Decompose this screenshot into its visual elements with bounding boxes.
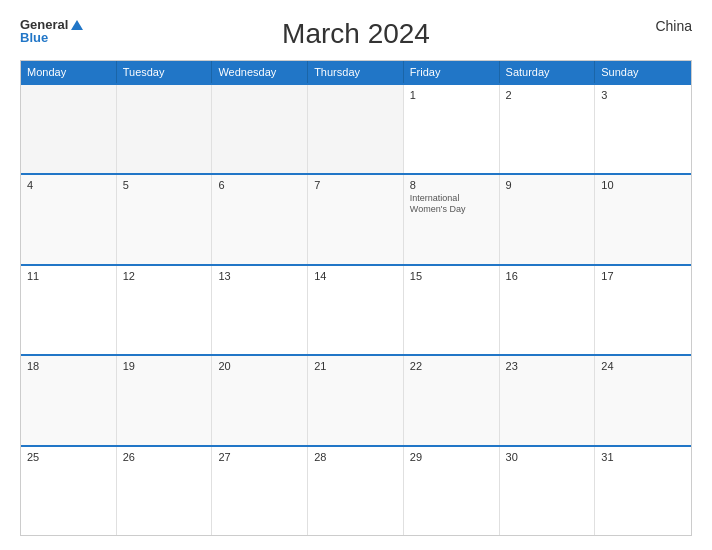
week-row-1: 123: [21, 83, 691, 173]
cal-cell-w3-d6: 16: [500, 266, 596, 354]
cal-cell-w1-d2: [117, 85, 213, 173]
week-row-5: 25262728293031: [21, 445, 691, 535]
day-number: 7: [314, 179, 397, 191]
day-number: 13: [218, 270, 301, 282]
day-number: 29: [410, 451, 493, 463]
cal-cell-w4-d7: 24: [595, 356, 691, 444]
cal-cell-w3-d7: 17: [595, 266, 691, 354]
cal-cell-w4-d1: 18: [21, 356, 117, 444]
calendar: Monday Tuesday Wednesday Thursday Friday…: [20, 60, 692, 536]
cal-cell-w5-d3: 27: [212, 447, 308, 535]
cal-cell-w5-d2: 26: [117, 447, 213, 535]
cal-cell-w4-d4: 21: [308, 356, 404, 444]
day-number: 16: [506, 270, 589, 282]
header: General Blue March 2024 China: [20, 18, 692, 50]
header-sunday: Sunday: [595, 61, 691, 83]
day-number: 22: [410, 360, 493, 372]
cal-cell-w1-d1: [21, 85, 117, 173]
day-number: 21: [314, 360, 397, 372]
logo-triangle-icon: [71, 20, 83, 30]
cal-cell-w1-d4: [308, 85, 404, 173]
cal-cell-w4-d6: 23: [500, 356, 596, 444]
header-thursday: Thursday: [308, 61, 404, 83]
header-saturday: Saturday: [500, 61, 596, 83]
day-number: 23: [506, 360, 589, 372]
cal-cell-w2-d2: 5: [117, 175, 213, 263]
day-number: 1: [410, 89, 493, 101]
cal-cell-w2-d4: 7: [308, 175, 404, 263]
day-number: 14: [314, 270, 397, 282]
day-number: 20: [218, 360, 301, 372]
cal-cell-w5-d4: 28: [308, 447, 404, 535]
day-number: 6: [218, 179, 301, 191]
day-number: 18: [27, 360, 110, 372]
cal-cell-w4-d3: 20: [212, 356, 308, 444]
day-number: 12: [123, 270, 206, 282]
cal-cell-w5-d7: 31: [595, 447, 691, 535]
cal-cell-w1-d5: 1: [404, 85, 500, 173]
week-row-3: 11121314151617: [21, 264, 691, 354]
cal-cell-w3-d3: 13: [212, 266, 308, 354]
day-number: 9: [506, 179, 589, 191]
day-number: 15: [410, 270, 493, 282]
day-number: 25: [27, 451, 110, 463]
day-number: 24: [601, 360, 685, 372]
cal-cell-w4-d5: 22: [404, 356, 500, 444]
cal-cell-w3-d5: 15: [404, 266, 500, 354]
cal-cell-w3-d2: 12: [117, 266, 213, 354]
cal-cell-w2-d6: 9: [500, 175, 596, 263]
header-tuesday: Tuesday: [117, 61, 213, 83]
day-number: 30: [506, 451, 589, 463]
header-friday: Friday: [404, 61, 500, 83]
logo-blue-text: Blue: [20, 31, 83, 44]
day-number: 28: [314, 451, 397, 463]
day-number: 27: [218, 451, 301, 463]
week-row-2: 45678International Women's Day910: [21, 173, 691, 263]
cal-cell-w4-d2: 19: [117, 356, 213, 444]
calendar-title: March 2024: [282, 18, 430, 50]
cal-cell-w5-d6: 30: [500, 447, 596, 535]
day-number: 5: [123, 179, 206, 191]
day-number: 4: [27, 179, 110, 191]
day-number: 19: [123, 360, 206, 372]
cal-cell-w1-d3: [212, 85, 308, 173]
day-number: 3: [601, 89, 685, 101]
page: General Blue March 2024 China Monday Tue…: [0, 0, 712, 550]
cal-cell-w5-d1: 25: [21, 447, 117, 535]
day-number: 8: [410, 179, 493, 191]
calendar-header: Monday Tuesday Wednesday Thursday Friday…: [21, 61, 691, 83]
logo: General Blue: [20, 18, 83, 44]
cal-cell-w3-d1: 11: [21, 266, 117, 354]
day-number: 31: [601, 451, 685, 463]
day-number: 10: [601, 179, 685, 191]
country-label: China: [655, 18, 692, 34]
cal-cell-w2-d5: 8International Women's Day: [404, 175, 500, 263]
cal-cell-w2-d1: 4: [21, 175, 117, 263]
holiday-label: International Women's Day: [410, 193, 493, 215]
cal-cell-w1-d6: 2: [500, 85, 596, 173]
header-wednesday: Wednesday: [212, 61, 308, 83]
cal-cell-w3-d4: 14: [308, 266, 404, 354]
day-number: 2: [506, 89, 589, 101]
day-number: 11: [27, 270, 110, 282]
cal-cell-w5-d5: 29: [404, 447, 500, 535]
header-monday: Monday: [21, 61, 117, 83]
calendar-body: 12345678International Women's Day9101112…: [21, 83, 691, 535]
cal-cell-w1-d7: 3: [595, 85, 691, 173]
cal-cell-w2-d3: 6: [212, 175, 308, 263]
day-number: 26: [123, 451, 206, 463]
cal-cell-w2-d7: 10: [595, 175, 691, 263]
day-number: 17: [601, 270, 685, 282]
week-row-4: 18192021222324: [21, 354, 691, 444]
